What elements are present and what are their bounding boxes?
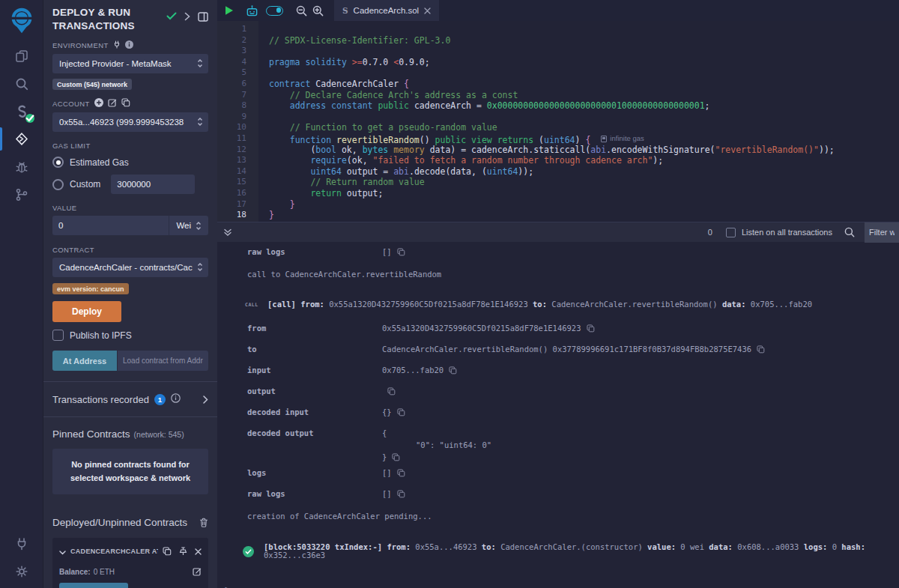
- transactions-recorded-row[interactable]: Transactions recorded 1: [52, 382, 208, 406]
- pin-contract-icon[interactable]: [179, 547, 187, 556]
- detail-value: }: [382, 453, 491, 461]
- publish-ipfs-row[interactable]: Publish to IPFS: [52, 330, 208, 341]
- deployed-contract-header[interactable]: CADENCEARCHCALER AT 0X37789996691C171BF8…: [59, 545, 202, 558]
- copy-icon[interactable]: [449, 366, 457, 375]
- expand-chevron-icon[interactable]: [203, 395, 208, 404]
- copy-icon[interactable]: [397, 408, 405, 416]
- code-editor[interactable]: 12// SPDX-License-Identifier: GPL-3.034p…: [217, 21, 899, 222]
- terminal-search-icon[interactable]: [844, 227, 855, 237]
- at-address-group: At Address: [52, 351, 208, 371]
- terminal-body[interactable]: raw logs[]call to CadenceArchCaler.rever…: [217, 242, 899, 588]
- terminal: 0 Listen on all transactions raw logs[]c…: [217, 222, 899, 588]
- zoom-out-icon[interactable]: [296, 5, 307, 16]
- code-line[interactable]: 15 // Return random value: [217, 177, 899, 188]
- code-line[interactable]: 2// SPDX-License-Identifier: GPL-3.0: [217, 35, 899, 46]
- edit-account-icon[interactable]: [108, 98, 117, 109]
- tab-cadencearch-sol[interactable]: S CadenceArch.sol: [334, 0, 439, 21]
- terminal-block-summary[interactable]: [block:5033220 txIndex:-] from: 0x55a...…: [243, 543, 899, 560]
- add-account-icon[interactable]: [94, 98, 103, 109]
- environment-select[interactable]: Injected Provider - MetaMask: [52, 54, 208, 73]
- at-address-button[interactable]: At Address: [52, 351, 117, 371]
- publish-ipfs-checkbox[interactable]: [52, 330, 64, 341]
- panel-header: DEPLOY & RUN TRANSACTIONS: [52, 6, 208, 32]
- deployed-contract-card: CADENCEARCHCALER AT 0X37789996691C171BF8…: [52, 538, 208, 588]
- terminal-call-summary[interactable]: CALL[call] from: 0x55a1320D432759960C5Df…: [245, 300, 899, 309]
- publish-ipfs-label: Publish to IPFS: [70, 330, 132, 341]
- copy-address-icon[interactable]: [163, 547, 172, 556]
- account-label: ACCOUNT: [52, 100, 90, 108]
- code-line[interactable]: 14 uint64 output = abi.decode(data, (uin…: [217, 166, 899, 178]
- file-explorer-icon[interactable]: [0, 42, 43, 70]
- call-cadencearch-button[interactable]: cadenceArch: [59, 583, 128, 588]
- terminal-collapse-icon[interactable]: [223, 228, 232, 237]
- contract-select[interactable]: CadenceArchCaler - contracts/Cac: [52, 258, 208, 277]
- gas-estimated-option[interactable]: Estimated Gas: [52, 157, 208, 168]
- listen-all-checkbox[interactable]: [726, 228, 736, 237]
- copy-account-icon[interactable]: [121, 98, 130, 109]
- gas-custom-input[interactable]: [111, 175, 195, 194]
- detail-value: CadenceArchCaler.revertibleRandom() 0x37…: [382, 345, 751, 354]
- main-area: S CadenceArch.sol 12// SPDX-License-Iden…: [217, 0, 899, 588]
- gas-custom-option[interactable]: Custom: [52, 175, 208, 194]
- copy-icon[interactable]: [397, 248, 405, 256]
- deploy-button[interactable]: Deploy: [52, 301, 121, 322]
- code-line[interactable]: 4pragma solidity >=0.7.0 <0.9.0;: [217, 57, 899, 68]
- code-line[interactable]: 8 address constant public cadenceArch = …: [217, 100, 899, 112]
- value-unit-select[interactable]: Wei: [169, 216, 208, 235]
- remix-ai-robot-icon[interactable]: [245, 4, 259, 17]
- ai-copilot-toggle[interactable]: [266, 6, 283, 16]
- plugin-manager-icon[interactable]: [0, 530, 43, 557]
- solidity-compiler-icon[interactable]: [0, 97, 43, 125]
- info-outline-icon[interactable]: [171, 392, 181, 406]
- settings-gear-icon[interactable]: [0, 557, 43, 585]
- copy-icon[interactable]: [387, 387, 396, 395]
- code-line[interactable]: 17 }: [217, 199, 899, 210]
- zoom-in-icon[interactable]: [312, 5, 324, 16]
- remix-logo-icon[interactable]: [5, 3, 38, 37]
- value-input[interactable]: [52, 221, 169, 230]
- code-line[interactable]: 3: [217, 46, 899, 57]
- code-line[interactable]: 7 // Declare Cadence Arch's address as a…: [217, 90, 899, 101]
- chevron-down-icon[interactable]: [59, 545, 66, 558]
- at-address-input[interactable]: [118, 351, 208, 371]
- terminal-prompt[interactable]: >: [225, 584, 899, 588]
- pin-panel-chevron-icon[interactable]: [184, 12, 190, 21]
- code-line[interactable]: 12 (bool ok, bytes memory data) = cadenc…: [217, 145, 899, 156]
- code-line[interactable]: 6contract CadenceArchCaler {: [217, 79, 899, 90]
- account-select[interactable]: 0x55a...46923 (999.9999453238: [52, 112, 208, 132]
- terminal-filter-input[interactable]: [865, 222, 899, 243]
- split-view-icon[interactable]: [198, 12, 208, 22]
- copy-icon[interactable]: [397, 490, 405, 498]
- code-line[interactable]: 13 require(ok, "failed to fetch a random…: [217, 155, 899, 166]
- debugger-icon[interactable]: [0, 153, 43, 181]
- code-line[interactable]: 16 return output;: [217, 188, 899, 199]
- radio-selected-icon[interactable]: [52, 157, 64, 168]
- clear-deployed-trash-icon[interactable]: [199, 518, 208, 527]
- code-line[interactable]: 9: [217, 112, 899, 123]
- code-line[interactable]: 5: [217, 67, 899, 79]
- code-line[interactable]: 10 // Function to get a pseudo-random va…: [217, 122, 899, 133]
- search-icon[interactable]: [0, 70, 43, 97]
- code-line[interactable]: 1: [217, 24, 899, 35]
- close-icon[interactable]: [195, 548, 202, 555]
- code-line[interactable]: 18}: [217, 210, 899, 221]
- line-number: 4: [217, 57, 258, 68]
- tab-close-icon[interactable]: [424, 7, 431, 14]
- git-icon[interactable]: [0, 181, 43, 208]
- copy-icon[interactable]: [757, 345, 765, 354]
- copy-icon[interactable]: [397, 469, 405, 477]
- plug-icon[interactable]: [113, 40, 121, 50]
- terminal-detail-row: input0x705...fab20: [247, 366, 899, 375]
- radio-unselected-icon[interactable]: [52, 179, 64, 190]
- pinned-network-subtitle: (network: 545): [134, 430, 184, 439]
- select-stepper-icon: [196, 221, 202, 231]
- deploy-run-icon[interactable]: [0, 125, 43, 153]
- edit-balance-icon[interactable]: [193, 567, 202, 576]
- code-line[interactable]: 11 function revertibleRandom() public vi…: [217, 133, 899, 145]
- copy-icon[interactable]: [392, 453, 400, 461]
- terminal-detail-row: output: [247, 387, 899, 395]
- copy-icon[interactable]: [587, 324, 595, 333]
- run-script-play-icon[interactable]: [224, 5, 234, 16]
- account-label-row: ACCOUNT: [52, 98, 208, 109]
- info-icon[interactable]: [125, 40, 133, 50]
